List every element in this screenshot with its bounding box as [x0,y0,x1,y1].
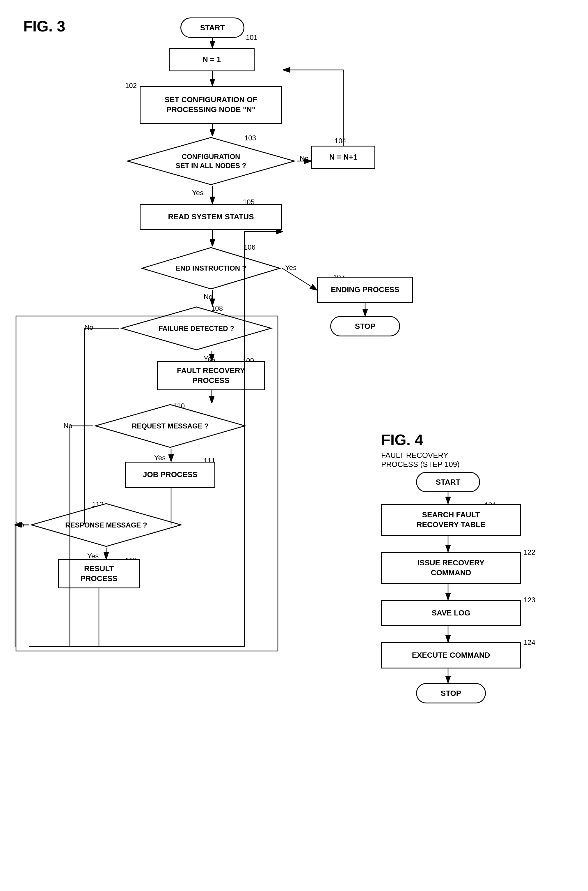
read-status-node: READ SYSTEM STATUS [140,204,282,230]
config-all-text: CONFIGURATION SET IN ALL NODES ? [176,152,246,170]
ending-text: ENDING PROCESS [331,285,399,295]
stop1-text: STOP [355,322,375,331]
fault-recovery-text: FAULT RECOVERY PROCESS [177,366,245,386]
response-no-label: No [15,521,24,529]
issue-recovery-node: ISSUE RECOVERY COMMAND [381,552,521,584]
step-124: 124 [524,638,536,647]
start2-node: START [416,472,480,492]
start1-node: START [180,18,244,38]
fig4-label: FIG. 4 [381,431,460,449]
set-config-text: SET CONFIGURATION OF PROCESSING NODE "N" [165,95,258,115]
n1-text: N = 1 [202,55,221,65]
job-text: JOB PROCESS [143,470,198,480]
result-text: RESULT PROCESS [80,564,117,584]
end-instr-node: END INSTRUCTION ? [140,247,282,290]
failure-node: FAILURE DETECTED ? [119,306,273,351]
stop2-node: STOP [416,683,486,703]
start2-text: START [436,478,460,487]
fig4-subtitle2: PROCESS (STEP 109) [381,460,460,469]
request-yes-label: Yes [154,454,165,462]
response-node: RESPONSE MESSAGE ? [29,503,183,548]
config-yes-label: Yes [192,189,203,197]
request-no-label: No [63,422,72,430]
search-fault-text: SEARCH FAULT RECOVERY TABLE [417,510,485,530]
save-log-text: SAVE LOG [432,608,470,618]
end-yes-label: Yes [285,263,297,272]
stop1-node: STOP [330,316,400,336]
ending-node: ENDING PROCESS [317,277,413,303]
step-102: 102 [125,81,137,90]
set-config-node: SET CONFIGURATION OF PROCESSING NODE "N" [140,86,282,124]
request-node: REQUEST MESSAGE ? [93,403,247,449]
fig4-subtitle1: FAULT RECOVERY [381,451,460,460]
n-plus1-text: N = N+1 [329,152,358,162]
start1-text: START [200,23,225,32]
config-no-label: No [300,154,309,163]
read-status-text: READ SYSTEM STATUS [168,212,254,222]
save-log-node: SAVE LOG [381,600,521,626]
n-plus1-node: N = N+1 [311,146,375,169]
n1-node: N = 1 [169,48,255,71]
fig3-label: FIG. 3 [23,18,65,35]
fig4-label-group: FIG. 4 FAULT RECOVERY PROCESS (STEP 109) [381,431,460,469]
job-node: JOB PROCESS [125,462,215,488]
failure-text: FAILURE DETECTED ? [159,324,234,333]
search-fault-node: SEARCH FAULT RECOVERY TABLE [381,504,521,536]
response-text: RESPONSE MESSAGE ? [65,521,147,530]
diagram-container: FIG. 3 FIG. 4 FAULT RECOVERY PROCESS (ST… [0,0,588,891]
execute-cmd-text: EXECUTE COMMAND [412,650,490,660]
fault-recovery-node: FAULT RECOVERY PROCESS [157,361,265,390]
end-instr-text: END INSTRUCTION ? [176,263,246,272]
step-123: 123 [524,596,536,604]
stop2-text: STOP [441,689,461,698]
config-all-node: CONFIGURATION SET IN ALL NODES ? [125,136,297,186]
step-101: 101 [246,33,258,42]
step-122: 122 [524,548,536,556]
arrows-overlay [0,0,588,891]
step-104: 104 [334,137,346,145]
result-node: RESULT PROCESS [58,559,140,588]
failure-no-label: No [84,323,93,331]
request-text: REQUEST MESSAGE ? [132,421,208,430]
issue-recovery-text: ISSUE RECOVERY COMMAND [417,558,484,578]
response-yes-label: Yes [87,552,99,560]
execute-cmd-node: EXECUTE COMMAND [381,642,521,668]
end-no-label: No [204,293,213,301]
